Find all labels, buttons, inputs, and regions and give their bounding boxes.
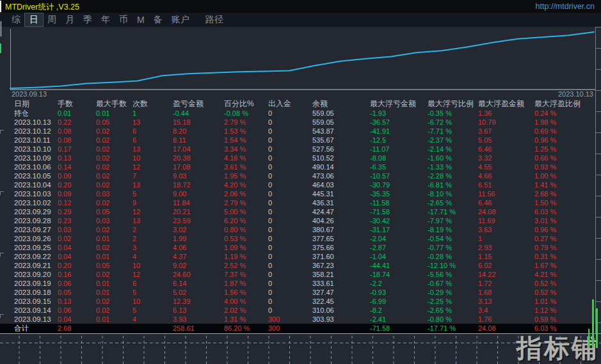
- row-cell: -11.07: [370, 145, 428, 154]
- column-header-9[interactable]: 最大浮亏比例: [428, 99, 478, 109]
- row-cell: 0.03: [96, 216, 132, 225]
- row-cell: 0.52 %: [534, 279, 595, 288]
- summary-row[interactable]: 合计2.68258.6186.20 %300-71.58-17.71 %24.0…: [0, 324, 595, 333]
- row-cell: 510.52: [312, 154, 370, 162]
- row-cell: 0: [268, 189, 312, 198]
- row-cell: 10.79: [478, 118, 534, 127]
- column-header-4[interactable]: 盈亏金额: [173, 99, 224, 109]
- row-cell: -6.72 %: [428, 118, 478, 127]
- row-cell: 559.05: [312, 118, 370, 127]
- row-cell: 15.18: [173, 118, 224, 127]
- row-cell: 424.47: [312, 207, 370, 216]
- row-cell: 535.67: [312, 136, 370, 145]
- row-cell: 0.02: [58, 234, 96, 243]
- table-row[interactable]: 2023.10.050.090.0279.031.95 %0473.06-10.…: [0, 171, 595, 180]
- table-row[interactable]: 2023.09.220.040.0144.371.19 %0371.60-1.0…: [0, 252, 595, 261]
- table-row[interactable]: 2023.10.110.080.0268.111.54 %0535.67-12.…: [0, 136, 595, 145]
- row-cell: 0.08: [58, 127, 96, 136]
- table-row[interactable]: 2023.09.190.060.0166.141.87 %0333.61-2.2…: [0, 279, 595, 288]
- menu-item-0[interactable]: 综: [7, 13, 25, 26]
- table-row[interactable]: 2023.10.100.170.021317.043.34 %0527.56-1…: [0, 145, 595, 154]
- table-header-row: 日期手数最大手数次数盈亏金额百分比%出入金余额最大浮亏金额最大浮亏比例最大浮盈金…: [0, 99, 595, 109]
- app-url-link[interactable]: http://mtdriver.cn: [536, 2, 595, 11]
- table-row[interactable]: 2023.10.130.220.051315.182.79 %0559.05-3…: [0, 118, 595, 127]
- row-cell: 1.67 %: [534, 261, 595, 270]
- row-cell: 0.02: [96, 243, 132, 252]
- column-header-6[interactable]: 出入金: [268, 99, 312, 109]
- row-cell: -1.93: [370, 109, 428, 118]
- table-row[interactable]: 2023.09.180.050.0155.021.56 %0327.47-0.9…: [0, 288, 595, 297]
- row-cell: 0.02: [96, 198, 132, 207]
- table-row[interactable]: 2023.09.130.040.0143.931.31 %300303.93-2…: [0, 315, 595, 324]
- table-row[interactable]: 2023.09.270.030.0223.020.80 %0380.67-31.…: [0, 225, 595, 234]
- row-cell: 1: [478, 234, 534, 243]
- column-header-7[interactable]: 余额: [312, 99, 370, 109]
- row-cell: -2.87: [370, 243, 428, 252]
- row-cell: 2.06 %: [224, 189, 268, 198]
- row-date: 2023.10.11: [14, 136, 58, 145]
- column-header-2[interactable]: 最大手数: [96, 99, 132, 109]
- row-date: 2023.09.13: [14, 315, 58, 324]
- table-row[interactable]: 2023.09.280.230.031323.596.20 %0404.26-3…: [0, 216, 595, 225]
- row-cell: 1.54 %: [224, 136, 268, 145]
- row-cell: 0: [268, 225, 312, 234]
- row-cell: 0: [268, 270, 312, 279]
- row-cell: -8.08: [370, 154, 428, 162]
- table-row[interactable]: 2023.09.260.020.0121.990.53 %0377.65-2.0…: [0, 234, 595, 243]
- equity-chart[interactable]: 2023.09.13 2023.10.13: [0, 27, 601, 99]
- table-row[interactable]: 2023.10.090.130.021020.384.16 %0510.52-8…: [0, 154, 595, 162]
- menu-item-2[interactable]: 周: [43, 13, 61, 26]
- row-cell: -0.29 %: [428, 288, 478, 297]
- row-cell: -36.57: [370, 118, 428, 127]
- table-row[interactable]: 2023.10.060.140.021217.083.61 %0490.14-6…: [0, 162, 595, 171]
- table-row[interactable]: 2023.10.020.120.02911.842.79 %0436.31-11…: [0, 198, 595, 207]
- menu-item-3[interactable]: 月: [61, 13, 79, 26]
- menu-item-path[interactable]: 路径: [205, 14, 223, 26]
- table-row[interactable]: 2023.09.250.040.0234.061.09 %0375.66-2.8…: [0, 243, 595, 252]
- position-row[interactable]: 持仓0.010.011-0.44-0.08 %0559.05-1.93-0.35…: [0, 109, 595, 118]
- row-cell: 0.17: [58, 145, 96, 154]
- table-row[interactable]: 2023.10.120.080.0268.201.53 %0543.87-41.…: [0, 127, 595, 136]
- row-cell: 327.47: [312, 288, 370, 297]
- column-header-3[interactable]: 次数: [132, 99, 173, 109]
- menu-item-1[interactable]: 日: [25, 13, 43, 26]
- row-cell: -0.44: [173, 109, 224, 118]
- menu-item-5[interactable]: 年: [97, 13, 115, 26]
- row-cell: 4.16 %: [224, 154, 268, 162]
- row-cell: -12.10 %: [428, 261, 478, 270]
- row-cell: 11.56: [478, 189, 534, 198]
- row-cell: 12: [132, 270, 173, 279]
- row-cell: -1.33 %: [428, 162, 478, 171]
- row-cell: 86.20 %: [224, 324, 268, 333]
- row-cell: 6.46: [478, 145, 534, 154]
- row-cell: 6.14: [173, 279, 224, 288]
- menu-item-8[interactable]: 备: [149, 13, 167, 26]
- right-scale-rail[interactable]: [595, 27, 601, 333]
- row-cell: -2.14 %: [428, 145, 478, 154]
- table-row[interactable]: 2023.09.290.290.051220.215.00 %0424.47-7…: [0, 207, 595, 216]
- row-cell: 5.05: [478, 136, 534, 145]
- menu-item-6[interactable]: 币: [115, 13, 132, 26]
- table-row[interactable]: 2023.09.210.200.05109.022.52 %0367.23-44…: [0, 261, 595, 270]
- column-header-8[interactable]: 最大浮亏金额: [370, 99, 428, 109]
- column-header-1[interactable]: 手数: [58, 99, 96, 109]
- table-row[interactable]: 2023.09.150.130.021012.394.00 %0322.45-6…: [0, 297, 595, 306]
- column-header-0[interactable]: 日期: [14, 99, 58, 109]
- table-row[interactable]: 2023.09.200.160.021224.607.37 %0358.21-1…: [0, 270, 595, 279]
- menu-item-4[interactable]: 季: [79, 13, 97, 26]
- row-cell: 7: [132, 171, 173, 180]
- table-row[interactable]: 2023.09.140.060.0256.132.02 %0310.06-8.2…: [0, 306, 595, 315]
- column-header-5[interactable]: 百分比%: [224, 99, 268, 109]
- left-edge-artifact: [0, 1, 1, 12]
- row-cell: 3.63: [478, 225, 534, 234]
- column-header-11[interactable]: 最大浮盈比例: [534, 99, 595, 109]
- table-row[interactable]: 2023.10.030.090.0359.002.06 %0445.31-35.…: [0, 189, 595, 198]
- row-date: 2023.09.25: [14, 243, 58, 252]
- table-row[interactable]: 2023.10.040.200.021318.724.20 %0464.03-3…: [0, 180, 595, 189]
- row-cell: 1.95 %: [224, 171, 268, 180]
- row-cell: 0.09: [58, 171, 96, 180]
- row-cell: 17.04: [173, 145, 224, 154]
- menu-item-9[interactable]: 账户: [167, 13, 194, 26]
- menu-item-7[interactable]: M: [132, 14, 149, 26]
- column-header-10[interactable]: 最大浮盈金额: [478, 99, 534, 109]
